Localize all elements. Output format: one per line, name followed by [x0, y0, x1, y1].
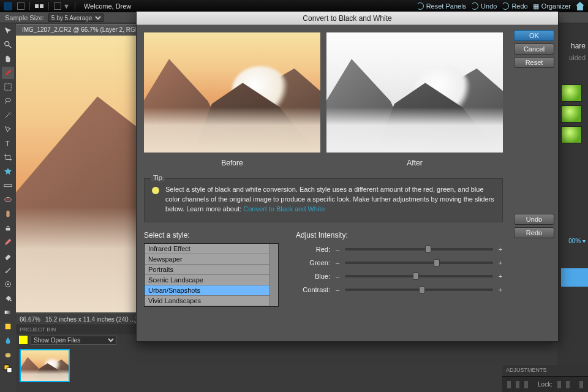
effect-thumb[interactable]	[561, 85, 582, 102]
cookie-cutter-tool[interactable]	[2, 165, 14, 178]
delete-layer-icon[interactable]	[579, 381, 583, 388]
dialog-redo-button[interactable]: Redo	[514, 227, 554, 238]
screen-mode-dropdown[interactable]: ▼	[54, 2, 70, 10]
minus-icon: –	[335, 286, 340, 293]
sample-size-select[interactable]: 5 by 5 Average	[48, 13, 104, 22]
crop-tool[interactable]	[2, 151, 14, 164]
lock-transparency-icon[interactable]	[557, 381, 561, 388]
svg-rect-2	[5, 84, 12, 91]
new-layer-icon[interactable]	[507, 381, 511, 388]
sponge-tool[interactable]	[2, 349, 14, 361]
window-layout-icon[interactable]	[17, 2, 24, 10]
redo-button[interactable]: Redo	[502, 2, 527, 10]
style-item[interactable]: Urban/Snapshots	[145, 285, 270, 296]
arrange-docs-icon[interactable]	[35, 4, 43, 8]
adjustment-layer-icon[interactable]	[524, 381, 528, 388]
style-item[interactable]: Vivid Landscapes	[145, 296, 270, 306]
adjustments-panel-header[interactable]: ADJUSTMENTS	[502, 365, 588, 376]
smart-brush-tool[interactable]	[2, 278, 14, 290]
project-bin-filter[interactable]: Show Open Files	[31, 336, 116, 345]
style-item[interactable]: Scenic Landscape	[145, 275, 270, 285]
swatch-icon[interactable]	[18, 335, 28, 345]
blur-tool[interactable]	[2, 334, 14, 347]
style-list-scrollbar[interactable]	[270, 244, 278, 306]
healing-brush-tool[interactable]	[2, 208, 14, 220]
lightbulb-icon	[152, 187, 159, 194]
reset-button[interactable]: Reset	[514, 57, 554, 68]
organizer-button[interactable]: ▦Organizer	[533, 2, 571, 10]
project-bin-thumbnail[interactable]	[20, 349, 70, 382]
zoom-tool[interactable]	[2, 39, 14, 51]
svg-rect-17	[7, 368, 12, 372]
blue-label: Blue:	[296, 273, 330, 280]
share-tab-partial[interactable]: hare	[571, 42, 586, 50]
contrast-slider[interactable]	[345, 288, 493, 291]
before-preview: Before	[144, 32, 320, 167]
reset-icon	[417, 2, 424, 10]
eyedropper-tool[interactable]	[2, 67, 14, 79]
brush-tool[interactable]	[2, 264, 14, 276]
lasso-tool[interactable]	[2, 95, 14, 107]
tip-box: Tip Select a style of black and white co…	[144, 178, 503, 222]
lock-all-icon[interactable]	[566, 381, 570, 388]
reset-panels-button[interactable]: Reset Panels	[417, 2, 466, 10]
minus-icon: –	[335, 246, 340, 253]
svg-point-11	[7, 284, 9, 285]
document-dimensions: 15.2 inches x 11.4 inches (240 ...)	[45, 316, 137, 323]
move-tool[interactable]	[2, 24, 14, 37]
green-label: Green:	[296, 259, 330, 266]
clone-stamp-tool[interactable]	[2, 222, 14, 234]
tip-link[interactable]: Convert to Black and White	[243, 205, 325, 213]
ok-button[interactable]: OK	[514, 30, 554, 41]
layer-group-icon[interactable]	[516, 381, 519, 388]
dialog-title: Convert to Black and White	[137, 12, 558, 25]
undo-button[interactable]: Undo	[471, 2, 497, 10]
eraser-tool[interactable]	[2, 250, 14, 262]
shape-tool[interactable]	[2, 320, 14, 333]
dialog-undo-button[interactable]: Undo	[514, 214, 554, 225]
cancel-button[interactable]: Cancel	[514, 43, 554, 55]
svg-rect-8	[6, 211, 9, 217]
tools-palette: T	[0, 23, 16, 392]
red-slider[interactable]	[345, 248, 493, 251]
style-label: Select a style:	[144, 231, 279, 239]
layers-panel-footer: Lock:	[502, 376, 588, 392]
after-label: After	[326, 159, 503, 167]
redeye-tool[interactable]	[2, 194, 14, 206]
blue-slider[interactable]	[345, 275, 493, 277]
style-list[interactable]: Infrared Effect Newspaper Portraits Scen…	[144, 243, 279, 307]
plus-icon: +	[498, 259, 503, 266]
magic-wand-tool[interactable]	[2, 109, 14, 121]
green-slider[interactable]	[345, 262, 493, 264]
paint-bucket-tool[interactable]	[2, 292, 14, 304]
type-tool[interactable]: T	[2, 137, 14, 149]
svg-rect-9	[6, 228, 10, 230]
selected-layer-partial[interactable]	[561, 268, 588, 287]
marquee-tool[interactable]	[2, 81, 14, 93]
svg-line-1	[9, 45, 11, 48]
hand-tool[interactable]	[2, 53, 14, 65]
effects-thumbnails	[561, 85, 584, 147]
after-preview: After	[326, 32, 503, 167]
gradient-tool[interactable]	[2, 306, 14, 318]
before-label: Before	[144, 159, 320, 167]
plus-icon: +	[498, 273, 503, 280]
grid-icon: ▦	[533, 2, 539, 10]
home-icon[interactable]	[576, 2, 584, 10]
zoom-level[interactable]: 66.67%	[20, 316, 40, 323]
opacity-value-partial[interactable]: 00% ▾	[568, 238, 586, 244]
pencil-tool[interactable]	[2, 236, 14, 248]
effect-thumb[interactable]	[561, 126, 582, 143]
welcome-text: Welcome, Drew	[84, 2, 131, 10]
effect-thumb[interactable]	[561, 105, 582, 123]
style-item[interactable]: Infrared Effect	[145, 244, 270, 254]
minus-icon: –	[335, 259, 340, 266]
straighten-tool[interactable]	[2, 179, 14, 192]
foreground-background-colors[interactable]	[2, 363, 14, 375]
contrast-label: Contrast:	[296, 286, 330, 293]
guided-tab-partial[interactable]: uided	[569, 54, 586, 61]
style-item[interactable]: Portraits	[145, 265, 270, 275]
quick-selection-tool[interactable]	[2, 123, 14, 135]
undo-icon	[471, 2, 478, 10]
style-item[interactable]: Newspaper	[145, 254, 270, 265]
